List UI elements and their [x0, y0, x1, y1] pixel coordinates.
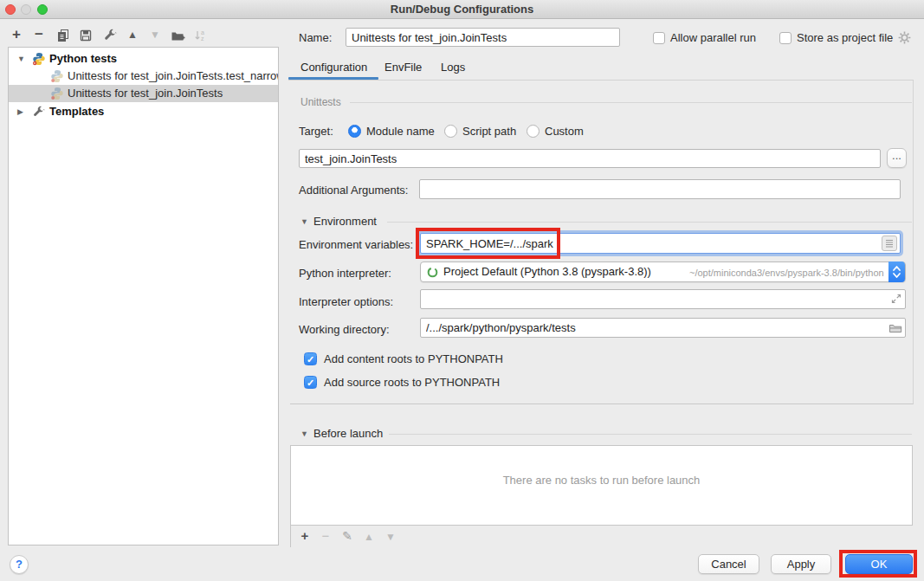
select-stepper-icon[interactable]	[888, 261, 905, 282]
before-launch-toolbar: + − ✎ ▲ ▼	[290, 526, 913, 547]
edit-task-pencil-icon[interactable]: ✎	[338, 527, 357, 545]
edit-templates-wrench-icon[interactable]	[100, 26, 120, 43]
store-as-project-file-checkbox[interactable]	[779, 32, 792, 44]
tab-configuration[interactable]: Configuration	[300, 61, 367, 74]
gear-icon[interactable]	[897, 30, 912, 48]
module-name-input[interactable]	[299, 149, 881, 168]
name-input[interactable]	[346, 28, 620, 47]
svg-text:z: z	[201, 36, 204, 42]
add-content-roots-label: Add content roots to PYTHONPATH	[324, 352, 503, 365]
python-test-icon	[50, 87, 64, 100]
run-debug-configurations-dialog: Run/Debug Configurations + − ▲ ▼ az ▼ Py…	[0, 0, 924, 581]
tree-item-label: Python tests	[49, 50, 117, 68]
add-task-button[interactable]: +	[295, 527, 314, 545]
add-source-roots-checkbox[interactable]: ✓	[304, 376, 317, 389]
help-button[interactable]: ?	[10, 555, 29, 574]
conda-env-icon	[427, 267, 438, 281]
apply-button[interactable]: Apply	[771, 554, 831, 574]
radio-script-path-label: Script path	[462, 125, 516, 138]
move-task-up-button[interactable]: ▲	[359, 528, 378, 545]
environment-section-label: Environment	[313, 215, 377, 228]
annotation-red-box-ok	[839, 550, 917, 578]
folder-icon[interactable]	[888, 321, 902, 337]
annotation-red-box-env-vars	[416, 228, 560, 259]
move-task-down-button[interactable]: ▼	[381, 528, 400, 545]
cancel-button[interactable]: Cancel	[698, 554, 759, 574]
before-launch-task-list: There are no tasks to run before launch	[290, 445, 913, 526]
add-configuration-button[interactable]: +	[7, 26, 26, 43]
additional-arguments-input[interactable]	[419, 179, 901, 199]
tree-item-label: Unittests for test_join.JoinTests	[68, 85, 223, 102]
copy-configuration-icon[interactable]	[54, 26, 73, 43]
tab-logs[interactable]: Logs	[441, 61, 465, 74]
tab-envfile[interactable]: EnvFile	[384, 61, 422, 74]
expanded-arrow-icon[interactable]: ▼	[17, 50, 25, 68]
python-interpreter-select[interactable]: Project Default (Python 3.8 (pyspark-3.8…	[420, 261, 906, 282]
radio-module-name-label: Module name	[366, 125, 435, 138]
radio-script-path[interactable]	[444, 125, 457, 138]
title-bar: Run/Debug Configurations	[0, 0, 924, 19]
python-interpreter-label: Python interpreter:	[299, 267, 391, 280]
tree-item-jointests-selected[interactable]: Unittests for test_join.JoinTests	[9, 85, 278, 102]
unittests-group-label: Unittests	[300, 96, 341, 108]
allow-parallel-run-label: Allow parallel run	[670, 31, 756, 44]
remove-configuration-button[interactable]: −	[29, 26, 48, 43]
target-label: Target:	[299, 125, 333, 138]
name-label: Name:	[299, 31, 332, 44]
save-configuration-icon[interactable]	[76, 26, 95, 43]
tree-item-test-narrow[interactable]: Unittests for test_join.JoinTests.test_n…	[9, 68, 278, 85]
tree-item-label: Templates	[49, 103, 104, 120]
env-vars-list-icon[interactable]	[882, 236, 897, 251]
templates-wrench-icon	[32, 106, 46, 119]
new-folder-icon[interactable]	[168, 26, 187, 43]
browse-button[interactable]: ...	[887, 148, 907, 168]
sort-alphabetically-icon[interactable]: az	[191, 26, 210, 43]
remove-task-button[interactable]: −	[316, 527, 335, 545]
additional-arguments-label: Additional Arguments:	[299, 184, 408, 197]
active-tab-underline	[288, 77, 378, 80]
add-source-roots-label: Add source roots to PYTHONPATH	[324, 376, 500, 389]
add-content-roots-checkbox[interactable]: ✓	[304, 352, 317, 365]
working-directory-input[interactable]	[420, 318, 906, 338]
python-interpreter-path: ~/opt/miniconda3/envs/pyspark-3.8/bin/py…	[689, 268, 884, 278]
tree-item-label: Unittests for test_join.JoinTests.test_n…	[68, 68, 278, 85]
radio-custom-label: Custom	[545, 125, 584, 138]
collapsed-arrow-icon[interactable]: ▶	[17, 103, 23, 120]
allow-parallel-run-checkbox[interactable]	[653, 32, 665, 44]
python-tests-icon	[32, 52, 46, 66]
tree-item-python-tests[interactable]: ▼ Python tests	[9, 50, 278, 68]
move-down-button[interactable]: ▼	[145, 26, 165, 43]
tree-item-templates[interactable]: ▶ Templates	[9, 103, 278, 120]
python-test-icon	[50, 69, 64, 83]
environment-variables-label: Environment variables:	[299, 238, 413, 251]
before-launch-section-label: Before launch	[313, 427, 383, 440]
move-up-button[interactable]: ▲	[123, 26, 142, 43]
python-interpreter-value: Project Default (Python 3.8 (pyspark-3.8…	[443, 265, 651, 278]
radio-module-name[interactable]	[348, 125, 361, 138]
unittests-group-line	[350, 102, 912, 103]
expand-field-icon[interactable]	[890, 293, 902, 307]
environment-collapse-arrow[interactable]: ▼	[300, 217, 308, 226]
radio-custom[interactable]	[527, 125, 540, 138]
interpreter-options-input[interactable]	[420, 289, 906, 309]
store-as-project-file-label: Store as project file	[797, 31, 893, 44]
interpreter-options-label: Interpreter options:	[299, 295, 393, 308]
before-launch-collapse-arrow[interactable]: ▼	[300, 429, 308, 438]
configurations-tree-panel: ▼ Python tests Unittests for test_join.J…	[8, 47, 279, 545]
working-directory-label: Working directory:	[299, 323, 390, 336]
environment-section-line	[387, 222, 912, 223]
window-title: Run/Debug Configurations	[0, 3, 924, 16]
svg-text:a: a	[201, 29, 204, 36]
before-launch-section-line	[389, 434, 912, 435]
before-launch-empty-message: There are no tasks to run before launch	[291, 474, 912, 487]
